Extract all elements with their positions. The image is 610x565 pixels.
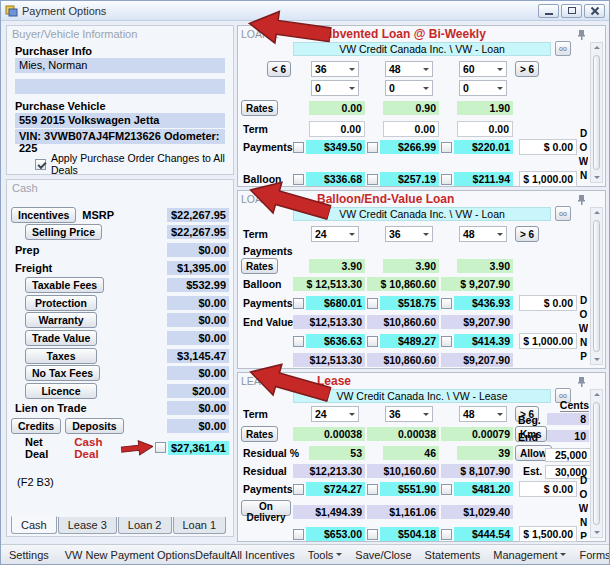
taxable-fees-value[interactable]: $532.99 xyxy=(167,278,229,292)
rate-cell[interactable]: 0.00079 xyxy=(441,427,513,441)
balloon-cell[interactable]: $ 10,860.60 xyxy=(367,277,439,291)
scroll-down-icon[interactable] xyxy=(594,531,600,534)
rates-button[interactable]: Rates xyxy=(241,258,278,274)
payment-cell[interactable]: $636.63 xyxy=(306,334,365,348)
net-deal-value[interactable]: $27,361.41 xyxy=(168,441,229,455)
payment-cell[interactable]: $518.75 xyxy=(380,296,439,310)
down-payment-field[interactable]: $ 0.00 xyxy=(519,295,577,311)
apply-changes-checkbox[interactable] xyxy=(35,159,46,170)
payment-select-checkbox[interactable] xyxy=(441,142,452,153)
payment-cell[interactable]: $551.90 xyxy=(380,482,439,496)
lender-bar[interactable]: VW Credit Canada Inc. \ VW - Loan xyxy=(293,207,551,221)
on-delivery-cell[interactable]: $1,029.40 xyxy=(441,505,513,519)
minimize-button[interactable] xyxy=(538,4,559,18)
maximize-button[interactable] xyxy=(561,4,582,18)
scroll-up-icon[interactable] xyxy=(594,393,600,396)
forms-menu-item[interactable]: Forms xyxy=(579,549,610,561)
prev-terms-button[interactable]: < 6 xyxy=(267,61,291,77)
rate-cell[interactable]: 0.00 xyxy=(309,101,365,115)
term-cell[interactable]: 0.00 xyxy=(383,121,439,137)
security-deposit-field[interactable]: $ 1,500.00 xyxy=(519,526,577,542)
next-terms-button[interactable]: > 6 xyxy=(515,226,539,242)
save-close-menu-item[interactable]: Save/Close xyxy=(355,549,411,561)
balloon-cell[interactable]: $ 12,513.30 xyxy=(293,277,365,291)
on-delivery-cell[interactable]: $1,161.06 xyxy=(367,505,439,519)
payment-cell[interactable]: $220.01 xyxy=(454,140,513,154)
term-dropdown-3[interactable]: 48 xyxy=(459,406,507,422)
payment-select-checkbox[interactable] xyxy=(293,336,304,347)
lender-lookup-button[interactable]: oo xyxy=(555,41,571,56)
lender-lookup-button[interactable]: oo xyxy=(555,206,571,221)
payment-select-checkbox[interactable] xyxy=(293,484,304,495)
payment-cell[interactable]: $436.93 xyxy=(454,296,513,310)
term-dropdown-2[interactable]: 36 xyxy=(385,406,433,422)
taxes-button[interactable]: Taxes xyxy=(25,348,97,364)
payment-select-checkbox[interactable] xyxy=(367,298,378,309)
balloon-select-checkbox[interactable] xyxy=(367,174,378,185)
management-menu-item[interactable]: Management xyxy=(493,549,566,561)
term-cell[interactable]: 0.00 xyxy=(309,121,365,137)
residual-pct-cell[interactable]: 53 xyxy=(309,446,365,460)
no-tax-fees-value[interactable]: $0.00 xyxy=(167,366,229,380)
selling-price-button[interactable]: Selling Price xyxy=(25,224,102,240)
scrollbar[interactable] xyxy=(590,42,603,183)
all-incentives-menu-item[interactable]: All Incentives xyxy=(230,549,295,561)
payment-select-checkbox[interactable] xyxy=(367,336,378,347)
payment-cell[interactable]: $266.99 xyxy=(380,140,439,154)
end-value-cell[interactable]: $10,860.60 xyxy=(367,315,439,329)
balloon-cell[interactable]: $336.68 xyxy=(306,172,365,186)
pin-icon[interactable] xyxy=(577,194,586,205)
pin-icon[interactable] xyxy=(577,29,586,40)
scroll-thumb[interactable] xyxy=(593,220,600,352)
no-tax-fees-button[interactable]: No Tax Fees xyxy=(25,365,100,381)
close-button[interactable] xyxy=(584,4,605,18)
deposits-button[interactable]: Deposits xyxy=(65,418,123,434)
scroll-thumb[interactable] xyxy=(593,402,600,525)
payment-select-checkbox[interactable] xyxy=(441,336,452,347)
scroll-down-icon[interactable] xyxy=(594,176,600,179)
net-deal-checkbox[interactable] xyxy=(155,442,166,453)
vehicle-description-field[interactable]: 559 2015 Volkswagen Jetta xyxy=(15,113,225,128)
statements-menu-item[interactable]: Statements xyxy=(425,549,481,561)
term-dropdown-3[interactable]: 60 xyxy=(459,61,507,77)
payment-cell[interactable]: $481.20 xyxy=(454,482,513,496)
scroll-thumb[interactable] xyxy=(593,55,600,170)
credits-deposits-value[interactable]: $0.00 xyxy=(167,419,229,433)
payment-cell[interactable]: $724.27 xyxy=(306,482,365,496)
purchaser-extra-field[interactable] xyxy=(15,79,225,94)
taxes-value[interactable]: $3,145.47 xyxy=(167,349,229,363)
total-cell[interactable]: $10,860.60 xyxy=(367,353,439,367)
rate-cell[interactable]: 3.90 xyxy=(383,259,439,273)
total-cell[interactable]: $12,513.30 xyxy=(293,353,365,367)
down-payment-field[interactable]: $ 0.00 xyxy=(519,481,577,497)
total-cell[interactable]: $9,207.90 xyxy=(441,353,513,367)
residual-pct-cell[interactable]: 46 xyxy=(383,446,439,460)
on-delivery-button[interactable]: On Delivery xyxy=(241,500,291,516)
residual-cell[interactable]: $ 8,107.90 xyxy=(441,464,513,478)
term-dropdown-2[interactable]: 48 xyxy=(385,61,433,77)
tools-menu-item[interactable]: Tools xyxy=(308,549,343,561)
trade-value-value[interactable]: $0.00 xyxy=(167,331,229,345)
payment-select-checkbox[interactable] xyxy=(441,298,452,309)
payment-cell[interactable]: $349.50 xyxy=(306,140,365,154)
rates-button[interactable]: Rates xyxy=(241,100,278,116)
tab-loan-1[interactable]: Loan 1 xyxy=(173,517,227,534)
selling-price-value[interactable]: $22,267.95 xyxy=(167,225,229,239)
term-dropdown-1[interactable]: 24 xyxy=(311,406,359,422)
lender-bar[interactable]: VW Credit Canada Inc. \ VW - Loan xyxy=(293,42,551,56)
payment-select-checkbox[interactable] xyxy=(367,529,378,540)
term-dropdown-1[interactable]: 36 xyxy=(311,61,359,77)
lender-bar[interactable]: VW Credit Canada Inc. \ VW - Lease xyxy=(293,389,551,403)
lien-on-trade-value[interactable]: $0.00 xyxy=(167,401,229,415)
allowance-kms-field[interactable]: 25,000 xyxy=(545,448,591,462)
settings-menu-item[interactable]: Settings xyxy=(9,549,49,561)
end-value-cell[interactable]: $9,207.90 xyxy=(441,315,513,329)
residual-cell[interactable]: $10,160.60 xyxy=(367,464,439,478)
licence-button[interactable]: Licence xyxy=(25,383,97,399)
incentives-button[interactable]: Incentives xyxy=(11,207,76,223)
residual-pct-cell[interactable]: 39 xyxy=(457,446,513,460)
tab-loan-2[interactable]: Loan 2 xyxy=(118,517,172,534)
credits-button[interactable]: Credits xyxy=(11,418,61,434)
taxable-fees-button[interactable]: Taxable Fees xyxy=(25,277,104,293)
rates-button[interactable]: Rates xyxy=(241,426,278,442)
